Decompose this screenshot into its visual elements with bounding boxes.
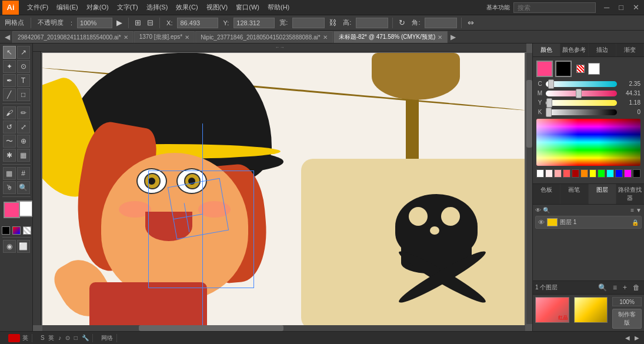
menu-object[interactable]: 对象(O) [83,2,112,13]
layer-1-lock[interactable]: 🔒 [632,219,639,226]
symbol-tool[interactable]: ✱ [3,149,16,162]
artwork-canvas[interactable] [42,53,525,329]
tab-0-close[interactable]: ✕ [124,34,128,41]
lasso-tool[interactable]: ⊙ [17,60,30,73]
y-input[interactable] [233,18,275,28]
mesh-tool[interactable]: # [17,167,30,180]
c-slider-thumb[interactable] [548,79,554,89]
swatch-black[interactable] [633,169,640,178]
menu-file[interactable]: 文件(F) [24,2,52,13]
swatch-blue[interactable] [615,169,623,178]
width-input[interactable] [292,18,325,28]
tab-1-close[interactable]: ✕ [185,34,189,41]
screen-mode-btn[interactable]: ⬜ [17,240,30,253]
x-input[interactable] [177,18,218,28]
swatch-yellow[interactable] [589,169,597,178]
free-transform-tool[interactable]: ⊕ [17,135,30,148]
maximize-button[interactable]: □ [616,3,626,12]
tab-scroll-left[interactable]: ◀ [2,33,12,41]
find-layers-btn[interactable]: 🔍 [596,283,609,292]
menu-text[interactable]: 文字(T) [114,2,142,13]
c-slider-track[interactable] [546,81,617,87]
vertical-scrollbar[interactable] [526,53,532,324]
swatch-light-pink[interactable] [545,169,553,178]
m-slider-track[interactable] [546,91,617,96]
flip-icon[interactable]: ⇔ [466,18,476,27]
rotate-tool[interactable]: ↺ [3,121,16,133]
color-tab[interactable]: 颜色 [533,44,560,56]
line-tool[interactable]: ╱ [3,88,16,101]
v-scroll-thumb[interactable] [526,80,532,148]
close-button[interactable]: ✕ [630,3,642,12]
pattern-swatch[interactable] [23,226,31,235]
options-btn[interactable]: ≡ [611,283,619,292]
status-scroll-right[interactable]: ▶ [635,335,639,341]
pen-tool[interactable]: ✒ [3,74,16,87]
white-swatch[interactable] [588,63,600,75]
swatch-cyan[interactable] [606,169,614,178]
shape-tool[interactable]: □ [17,88,30,101]
tab-3-close[interactable]: ✕ [438,34,442,41]
stroke-tab[interactable]: 描边 [589,44,616,56]
menu-view[interactable]: 视图(V) [203,2,232,13]
menu-select[interactable]: 选择(S) [143,2,172,13]
eyedropper-tool[interactable]: 🖰 [3,181,16,194]
transform-icon[interactable]: ⊞ [133,18,143,27]
y-slider-thumb[interactable] [546,98,552,108]
align-icon[interactable]: ⊟ [145,18,155,27]
swatch-magenta[interactable] [624,169,632,178]
search-input[interactable] [513,2,596,13]
gradient-tool[interactable]: ▦ [3,167,16,180]
secondary-color-swatch[interactable] [555,61,572,77]
rotate-input[interactable] [425,18,457,28]
tab-1[interactable]: 1370 [批接].eps* ✕ [134,31,195,43]
paintbrush-tool[interactable]: 🖌 [3,106,16,119]
type-tool[interactable]: T [17,74,30,87]
height-input[interactable] [356,18,388,28]
h-scroll-thumb[interactable] [139,325,283,331]
eye-filter-icon[interactable]: 👁 [535,207,541,213]
brushes-tab[interactable]: 画笔 [560,184,588,204]
status-scroll-left[interactable]: ◀ [625,335,630,341]
tab-2[interactable]: Nipic_23771846_20180504150235888088.ai* … [195,31,333,43]
select-tool[interactable]: ↖ [3,46,16,59]
menu-effect[interactable]: 效果(C) [172,2,201,13]
swatch-dark-red[interactable] [572,169,579,178]
layers-panel-menu-icon[interactable]: ▼ [636,207,642,213]
swatch-green[interactable] [598,169,605,178]
foreground-color-swatch[interactable] [4,202,20,218]
menu-edit[interactable]: 编辑(E) [53,2,82,13]
layer-1-name[interactable]: 图层 1 [560,218,629,226]
layers-tab[interactable]: 图层 [589,184,616,204]
layer-1-visibility[interactable]: 👁 [538,219,545,226]
swatch-orange[interactable] [580,169,588,178]
bar-chart-tool[interactable]: ▦ [17,149,30,162]
color-spectrum[interactable] [536,119,640,166]
zoom-input[interactable] [612,297,642,306]
pathfinder-tab[interactable]: 路径查找器 [616,184,644,204]
scale-tool[interactable]: ⤢ [17,121,30,133]
swatch-pink[interactable] [554,169,562,178]
tab-2-close[interactable]: ✕ [323,34,328,41]
make-version-button[interactable]: 制作客版 [612,309,642,329]
new-layer-btn[interactable]: + [621,283,629,292]
menu-window[interactable]: 窗口(W) [232,2,263,13]
link-icon[interactable]: ⛓ [327,18,338,27]
direct-select-tool[interactable]: ↗ [17,46,30,59]
horizontal-scrollbar[interactable] [42,325,525,331]
pencil-tool[interactable]: ✏ [17,106,30,119]
delete-layer-btn[interactable]: 🗑 [631,283,642,292]
k-slider-track[interactable] [546,109,617,115]
rotate-icon[interactable]: ↻ [397,18,407,27]
color-reference-tab[interactable]: 颜色参考 [560,44,588,56]
y-slider-track[interactable] [546,100,617,106]
minimize-button[interactable]: ─ [602,3,612,12]
menu-help[interactable]: 帮助(H) [264,2,293,13]
magic-wand-tool[interactable]: ✦ [3,60,16,73]
gradient-swatch[interactable] [12,226,21,235]
swatch-white[interactable] [536,169,544,178]
zoom-tool[interactable]: 🔍 [17,181,30,194]
input-method-indicator[interactable]: 英 [5,334,32,342]
swatches-tab[interactable]: 色板 [533,184,560,204]
search-layers-icon[interactable]: 🔍 [543,207,550,213]
